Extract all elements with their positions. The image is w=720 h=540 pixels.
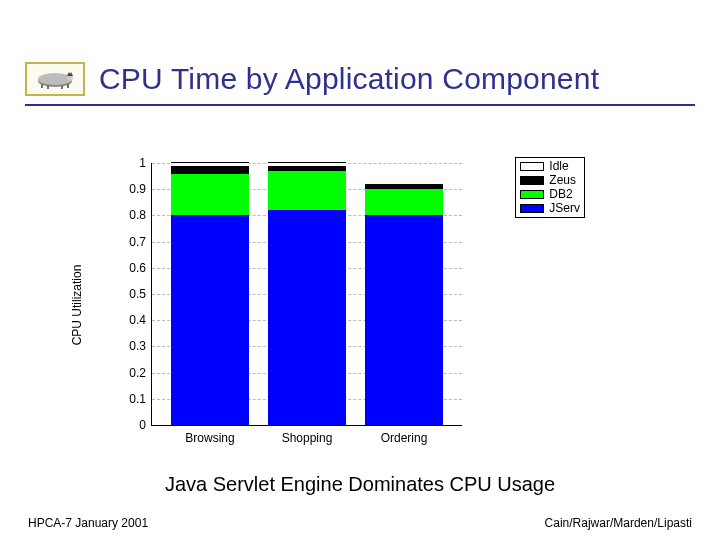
bar-segment-jserv xyxy=(365,215,443,425)
ytick-label: 0.7 xyxy=(129,235,152,249)
bar-segment-zeus xyxy=(171,166,249,174)
svg-point-1 xyxy=(38,73,72,85)
badger-icon xyxy=(33,68,77,90)
legend-label: DB2 xyxy=(549,187,572,201)
legend-item: Zeus xyxy=(520,173,580,187)
ytick-label: 0.8 xyxy=(129,208,152,222)
ytick-label: 0.4 xyxy=(129,313,152,327)
chart-caption: Java Servlet Engine Dominates CPU Usage xyxy=(0,473,720,496)
swatch-db2-icon xyxy=(520,190,544,199)
ytick-label: 0.5 xyxy=(129,287,152,301)
bar-segment-db2 xyxy=(365,189,443,215)
ytick-label: 0.3 xyxy=(129,339,152,353)
bar xyxy=(171,162,249,425)
ytick-label: 1 xyxy=(139,156,152,170)
xtick-label: Ordering xyxy=(381,425,428,445)
page-title: CPU Time by Application Component xyxy=(99,62,599,96)
swatch-zeus-icon xyxy=(520,176,544,185)
badger-logo xyxy=(25,62,85,96)
header: CPU Time by Application Component xyxy=(25,62,695,106)
legend: Idle Zeus DB2 JServ xyxy=(515,157,585,218)
y-axis-label: CPU Utilization xyxy=(70,265,84,346)
footer-left: HPCA-7 January 2001 xyxy=(28,516,148,530)
bar-segment-jserv xyxy=(268,210,346,425)
legend-item: DB2 xyxy=(520,187,580,201)
slide: CPU Time by Application Component CPU Ut… xyxy=(0,0,720,540)
svg-rect-4 xyxy=(61,85,63,89)
legend-label: Idle xyxy=(549,159,568,173)
bar-segment-jserv xyxy=(171,215,249,425)
legend-label: Zeus xyxy=(549,173,576,187)
ytick-label: 0.1 xyxy=(129,392,152,406)
ytick-label: 0 xyxy=(139,418,152,432)
legend-item: JServ xyxy=(520,201,580,215)
xtick-label: Browsing xyxy=(185,425,234,445)
ytick-label: 0.9 xyxy=(129,182,152,196)
bar xyxy=(268,162,346,425)
svg-rect-3 xyxy=(47,85,49,89)
svg-rect-5 xyxy=(67,84,69,88)
legend-label: JServ xyxy=(549,201,580,215)
bar-segment-db2 xyxy=(268,171,346,210)
plot-area: 00.10.20.30.40.50.60.70.80.91BrowsingSho… xyxy=(151,163,462,426)
ytick-label: 0.2 xyxy=(129,366,152,380)
swatch-jserv-icon xyxy=(520,204,544,213)
footer-right: Cain/Rajwar/Marden/Lipasti xyxy=(545,516,692,530)
bar xyxy=(365,184,443,425)
swatch-idle-icon xyxy=(520,162,544,171)
bar-segment-db2 xyxy=(171,174,249,216)
svg-rect-2 xyxy=(41,84,43,88)
chart: CPU Utilization 00.10.20.30.40.50.60.70.… xyxy=(95,155,585,455)
xtick-label: Shopping xyxy=(282,425,333,445)
ytick-label: 0.6 xyxy=(129,261,152,275)
legend-item: Idle xyxy=(520,159,580,173)
